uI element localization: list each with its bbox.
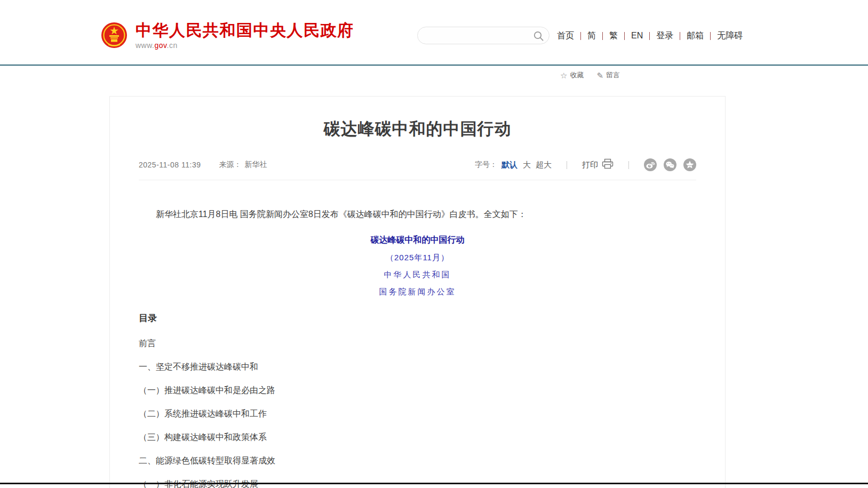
article-meta-left: 2025-11-08 11:39 来源： 新华社 xyxy=(139,160,267,170)
favorite-button[interactable]: ☆ 收藏 xyxy=(560,70,584,80)
page-title: 碳达峰碳中和的中国行动 xyxy=(139,118,696,140)
nav-item-mail[interactable]: 邮箱 xyxy=(680,30,710,42)
top-nav: 首页 简 繁 EN 登录 邮箱 无障碍 xyxy=(557,30,749,42)
weibo-share-icon[interactable] xyxy=(644,158,657,171)
search-icon[interactable] xyxy=(533,30,544,42)
toc-item: （一）推进碳达峰碳中和是必由之路 xyxy=(139,386,696,395)
article-toolbar: 字号： 默认 大 超大 打印 xyxy=(475,158,696,171)
nav-item-login[interactable]: 登录 xyxy=(650,30,680,42)
article-meta-row: 2025-11-08 11:39 来源： 新华社 字号： 默认 大 超大 打印 xyxy=(139,158,696,180)
favorite-label: 收藏 xyxy=(570,70,584,80)
toc-item: （三）构建碳达峰碳中和政策体系 xyxy=(139,433,696,442)
print-label: 打印 xyxy=(582,160,598,170)
site-brand[interactable]: 中华人民共和国中央人民政府 www.gov.cn xyxy=(101,21,354,52)
document-org-line1: 中华人民共和国 xyxy=(139,270,696,280)
font-size-large-button[interactable]: 大 xyxy=(523,160,531,170)
qzone-star-share-icon[interactable] xyxy=(683,158,696,171)
toc-item: 一、坚定不移推进碳达峰碳中和 xyxy=(139,362,696,371)
comment-button[interactable]: ✎ 留言 xyxy=(596,70,620,80)
article-body: 新华社北京11月8日电 国务院新闻办公室8日发布《碳达峰碳中和的中国行动》白皮书… xyxy=(139,208,696,488)
document-date: （2025年11月） xyxy=(139,253,696,263)
document-title: 碳达峰碳中和的中国行动 xyxy=(139,235,696,246)
publish-date: 2025-11-08 11:39 xyxy=(139,161,201,169)
comment-label: 留言 xyxy=(606,70,620,80)
printer-icon xyxy=(602,158,614,171)
star-icon: ☆ xyxy=(560,71,567,79)
toc-item: 前言 xyxy=(139,339,696,348)
nav-item-simplified[interactable]: 简 xyxy=(581,30,602,42)
toc-heading: 目录 xyxy=(139,312,696,324)
source-value: 新华社 xyxy=(244,160,267,170)
nav-item-home[interactable]: 首页 xyxy=(557,30,580,42)
source-label: 来源： xyxy=(219,160,241,170)
header-divider xyxy=(0,65,868,66)
wechat-share-icon[interactable] xyxy=(664,158,676,171)
bottom-edge-bar xyxy=(0,483,868,484)
pencil-icon: ✎ xyxy=(596,71,603,79)
nav-item-english[interactable]: EN xyxy=(625,31,649,41)
nav-item-accessibility[interactable]: 无障碍 xyxy=(711,30,749,42)
site-url: www.gov.cn xyxy=(136,41,354,50)
toc-item: （二）系统推进碳达峰碳中和工作 xyxy=(139,409,696,418)
page: 中华人民共和国中央人民政府 www.gov.cn 首页 简 繁 EN 登录 xyxy=(0,0,868,488)
font-size-default-button[interactable]: 默认 xyxy=(501,160,517,170)
document-org-line2: 国务院新闻办公室 xyxy=(139,287,696,297)
share-icons xyxy=(644,158,696,171)
quickbar: ☆ 收藏 ✎ 留言 xyxy=(560,70,620,80)
font-size-xlarge-button[interactable]: 超大 xyxy=(536,160,552,170)
font-size-label: 字号： xyxy=(475,160,497,170)
toc-item: 二、能源绿色低碳转型取得显著成效 xyxy=(139,456,696,465)
site-title: 中华人民共和国中央人民政府 xyxy=(136,21,354,39)
intro-paragraph: 新华社北京11月8日电 国务院新闻办公室8日发布《碳达峰碳中和的中国行动》白皮书… xyxy=(139,208,696,221)
national-emblem-logo xyxy=(101,21,128,52)
search-input[interactable] xyxy=(418,27,529,44)
search-box xyxy=(417,27,550,44)
article-card: 碳达峰碳中和的中国行动 2025-11-08 11:39 来源： 新华社 字号：… xyxy=(109,96,726,488)
toolbar-separator xyxy=(567,161,567,169)
nav-item-traditional[interactable]: 繁 xyxy=(603,30,624,42)
print-button[interactable]: 打印 xyxy=(582,158,614,171)
site-header: 中华人民共和国中央人民政府 www.gov.cn 首页 简 繁 EN 登录 xyxy=(0,0,868,65)
toolbar-separator xyxy=(628,161,629,169)
